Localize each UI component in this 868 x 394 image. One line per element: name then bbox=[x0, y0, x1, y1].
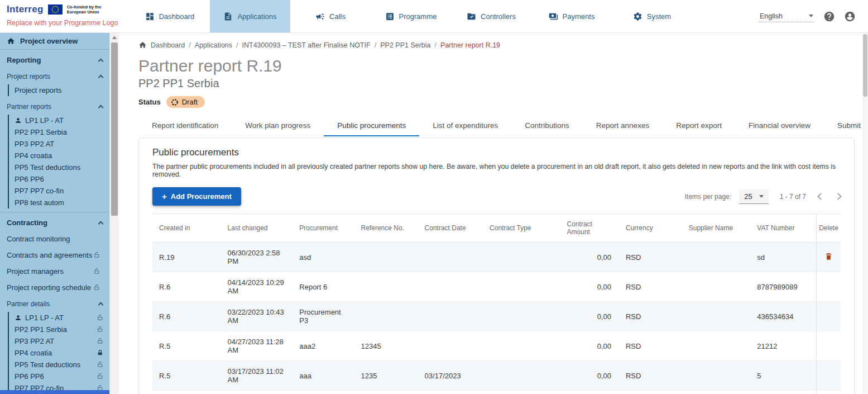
item-label: PP3 PP2 AT bbox=[15, 140, 106, 148]
sidebar-item-partner-detail-pp3[interactable]: PP3 PP2 AT bbox=[15, 335, 109, 347]
sidebar-group-partner-reports[interactable]: Partner reports bbox=[0, 98, 109, 113]
item-label: Contract monitoring bbox=[7, 235, 103, 243]
cell-created-in: R.5 bbox=[152, 391, 221, 394]
language-select[interactable]: English bbox=[759, 11, 814, 22]
nav-programme[interactable]: Programme bbox=[371, 0, 451, 32]
report-tabs: Report identification Work plan progress… bbox=[138, 116, 855, 136]
top-navigation: Dashboard Applications Calls Programme C… bbox=[130, 0, 759, 32]
lock-open-icon bbox=[97, 338, 104, 345]
status-value: Draft bbox=[182, 98, 198, 106]
cell-reference-no bbox=[354, 243, 418, 272]
sidebar-item-partner-report-pp6[interactable]: PP6 PP6 bbox=[15, 173, 109, 185]
cell-supplier-name bbox=[682, 243, 751, 272]
nav-dashboard[interactable]: Dashboard bbox=[130, 0, 210, 32]
tab-submit[interactable]: Submit bbox=[824, 116, 868, 136]
sidebar-item-partner-report-pp2[interactable]: PP2 PP1 Serbia bbox=[15, 126, 109, 138]
scrollbar-up-arrow[interactable] bbox=[110, 33, 119, 42]
nav-payments[interactable]: Payments bbox=[531, 0, 612, 32]
cell-supplier-name bbox=[682, 361, 751, 390]
project-sidebar: Project overview Reporting Project repor… bbox=[0, 33, 109, 394]
tab-report-annexes[interactable]: Report annexes bbox=[583, 116, 663, 136]
delete-procurement-button[interactable] bbox=[822, 249, 835, 265]
controllers-icon bbox=[467, 12, 476, 21]
tab-public-procurements[interactable]: Public procurements bbox=[324, 116, 419, 136]
sidebar-item-partner-detail-pp6[interactable]: PP6 PP6 bbox=[15, 371, 109, 382]
table-row[interactable]: R.6 04/14/2023 10:29 AM Report 6 0,00 RS… bbox=[152, 272, 841, 302]
sidebar-item-partner-detail-pp2[interactable]: PP2 PP1 Serbia bbox=[15, 324, 109, 335]
cell-last-changed: 04/27/2023 11:28 AM bbox=[221, 331, 293, 360]
sidebar-item-partner-report-pp3[interactable]: PP3 PP2 AT bbox=[15, 138, 109, 150]
items-per-page-value: 25 bbox=[744, 192, 752, 201]
sidebar-item-project-reports[interactable]: Project reports bbox=[15, 84, 109, 96]
sidebar-item-contract-monitoring[interactable]: Contract monitoring bbox=[0, 231, 109, 247]
cell-created-in: R.6 bbox=[152, 302, 221, 331]
sidebar-item-partner-detail-pp4[interactable]: PP4 croatia bbox=[15, 347, 109, 359]
col-contract-type: Contract Type bbox=[483, 214, 560, 242]
col-reference-no: Reference No. bbox=[354, 214, 418, 242]
page-scrollbar[interactable] bbox=[862, 33, 868, 394]
item-label: PP2 PP1 Serbia bbox=[15, 128, 106, 136]
table-row[interactable]: R.5 03/17/2023 11:02 AM aaa 1235 03/17/2… bbox=[152, 361, 841, 391]
cell-reference-no bbox=[354, 391, 418, 394]
cell-contract-amount: 0,00 bbox=[560, 361, 619, 390]
tab-list-of-expenditures[interactable]: List of expenditures bbox=[419, 116, 511, 136]
cell-supplier-name bbox=[682, 331, 751, 360]
card-description: The partner public procurements included… bbox=[152, 163, 841, 178]
cell-contract-date bbox=[418, 331, 483, 360]
chevron-down-icon bbox=[809, 15, 813, 17]
cell-contract-date bbox=[418, 272, 483, 301]
scrollbar-thumb[interactable] bbox=[111, 42, 118, 216]
nav-system[interactable]: System bbox=[612, 0, 692, 32]
cell-supplier-name bbox=[682, 391, 751, 394]
sidebar-scrollbar[interactable] bbox=[109, 33, 119, 394]
sidebar-item-partner-report-pp5[interactable]: PP5 Test deductions bbox=[15, 162, 109, 173]
sidebar-item-partner-detail-pp5[interactable]: PP5 Test deductions bbox=[15, 359, 109, 371]
previous-page-icon[interactable] bbox=[817, 193, 824, 200]
sidebar-section-reporting[interactable]: Reporting bbox=[0, 50, 109, 68]
items-per-page-select[interactable]: 25 bbox=[739, 189, 768, 204]
tab-financial-overview[interactable]: Financial overview bbox=[735, 116, 824, 136]
pagination-range: 1 - 7 of 7 bbox=[780, 193, 806, 201]
sidebar-item-project-overview[interactable]: Project overview bbox=[0, 33, 109, 50]
cell-created-in: R.5 bbox=[152, 331, 221, 360]
tab-contributions[interactable]: Contributions bbox=[511, 116, 583, 136]
status-label: Status bbox=[138, 98, 161, 106]
sidebar-item-partner-report-lp1[interactable]: LP1 LP - AT bbox=[15, 115, 109, 126]
sidebar-item-project-reporting-schedule[interactable]: Project reporting schedule bbox=[0, 279, 109, 296]
sidebar-item-project-managers[interactable]: Project managers bbox=[0, 263, 109, 279]
sidebar-group-project-reports[interactable]: Project reports bbox=[0, 68, 109, 83]
sidebar-item-partner-detail-lp1[interactable]: LP1 LP - AT bbox=[15, 312, 109, 324]
breadcrumb-separator: / bbox=[435, 41, 437, 49]
nav-applications[interactable]: Applications bbox=[210, 0, 290, 32]
nav-controllers[interactable]: Controllers bbox=[451, 0, 531, 32]
sidebar-item-contracts-agreements[interactable]: Contracts and agreements bbox=[0, 247, 109, 263]
sidebar-section-contracting[interactable]: Contracting bbox=[0, 212, 109, 231]
help-button[interactable] bbox=[823, 11, 835, 22]
table-row[interactable]: R.5 04/27/2023 11:28 AM aaa2 12345 0,00 … bbox=[152, 331, 841, 361]
breadcrumb-applications[interactable]: Applications bbox=[195, 41, 232, 49]
tab-report-export[interactable]: Report export bbox=[663, 116, 735, 136]
scrollbar-thumb[interactable] bbox=[863, 34, 867, 97]
cell-contract-type bbox=[483, 331, 560, 360]
item-label: Project reports bbox=[15, 86, 106, 94]
table-row[interactable]: R.19 06/30/2023 2:58 PM asd 0,00 RSD sd bbox=[152, 243, 841, 272]
programme-logo: Interreg Co-funded by the European Union… bbox=[0, 0, 130, 32]
breadcrumb-dashboard[interactable]: Dashboard bbox=[151, 41, 185, 49]
sidebar-item-partner-report-pp8[interactable]: PP8 test autom bbox=[15, 197, 109, 208]
cell-currency: RSD bbox=[619, 361, 682, 390]
breadcrumb-partner[interactable]: PP2 PP1 Serbia bbox=[380, 41, 430, 49]
table-row[interactable]: R.5 03/13/2023 9:58 AM New one 0,00 SCR … bbox=[152, 391, 841, 394]
account-button[interactable] bbox=[844, 11, 856, 22]
next-page-icon[interactable] bbox=[835, 193, 842, 200]
sidebar-item-partner-report-pp7[interactable]: PP7 PP7 co-fin bbox=[15, 185, 109, 197]
sidebar-group-partner-details[interactable]: Partner details bbox=[0, 296, 109, 311]
add-procurement-button[interactable]: + Add Procurement bbox=[152, 187, 241, 206]
cell-vat-number: sd bbox=[750, 243, 816, 272]
breadcrumb-project[interactable]: INT4300093 – TEST after Finalise NOTIF bbox=[242, 41, 371, 49]
sidebar-item-partner-report-pp4[interactable]: PP4 croatia bbox=[15, 150, 109, 162]
tab-report-identification[interactable]: Report identification bbox=[138, 116, 232, 136]
nav-calls[interactable]: Calls bbox=[290, 0, 371, 32]
table-row[interactable]: R.6 03/22/2023 10:43 AM Procurement P3 0… bbox=[152, 302, 841, 331]
sidebar-selected-item-partial[interactable] bbox=[0, 390, 109, 394]
tab-work-plan-progress[interactable]: Work plan progress bbox=[232, 116, 324, 136]
